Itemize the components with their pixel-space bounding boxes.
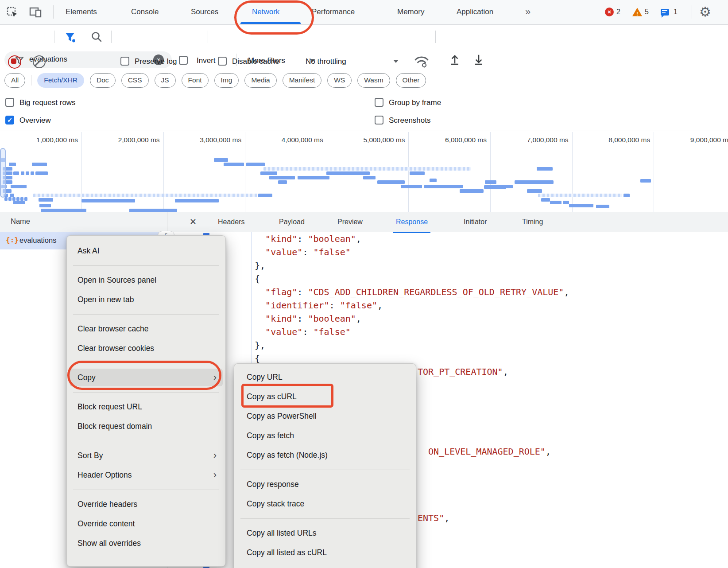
detail-tab-preview[interactable]: Preview <box>335 212 365 232</box>
tab-application[interactable]: Application <box>457 0 493 24</box>
menu-item-ask-ai[interactable]: Ask AI <box>67 241 225 261</box>
preserve-log-checkbox[interactable] <box>120 57 129 66</box>
menu-item-open-in-sources-panel[interactable]: Open in Sources panel <box>67 270 225 290</box>
chip-wasm[interactable]: Wasm <box>357 73 390 88</box>
group-by-frame-checkbox[interactable] <box>375 98 383 107</box>
tab-memory[interactable]: Memory <box>397 0 424 24</box>
submenu-item-copy-as-curl[interactable]: Copy as cURL <box>234 387 416 406</box>
import-har-icon[interactable] <box>448 53 461 66</box>
network-overview-timeline[interactable]: 1,000,000 ms2,000,000 ms3,000,000 ms4,00… <box>0 131 728 213</box>
menu-separator <box>67 436 225 446</box>
copy-submenu: Copy URLCopy as cURLCopy as PowerShellCo… <box>234 363 416 568</box>
more-tabs-button[interactable]: » <box>525 0 531 24</box>
throttling-select[interactable]: No throttling <box>306 57 346 66</box>
waterfall-bar <box>363 176 376 179</box>
detail-tab-initiator[interactable]: Initiator <box>461 212 489 232</box>
timeline-tick-label: 8,000,000 ms <box>561 136 650 144</box>
waterfall-bar <box>20 197 23 201</box>
menu-item-label: Copy URL <box>247 373 283 382</box>
chip-fetch-xhr[interactable]: Fetch/XHR <box>37 73 84 88</box>
export-har-icon[interactable] <box>472 53 485 66</box>
menu-item-open-in-new-tab[interactable]: Open in new tab <box>67 290 225 309</box>
detail-tabbar: ✕ HeadersPayloadPreviewResponseInitiator… <box>167 212 728 232</box>
menu-item-override-content[interactable]: Override content <box>67 514 225 533</box>
network-conditions-icon[interactable] <box>414 54 430 68</box>
chip-ws[interactable]: WS <box>327 73 352 88</box>
json-punct-token: , <box>377 300 383 311</box>
timeline-gridline <box>245 132 245 212</box>
chip-js[interactable]: JS <box>155 73 176 88</box>
invert-checkbox[interactable] <box>179 56 188 65</box>
screenshots-checkbox[interactable] <box>375 116 383 124</box>
toolbar-separator <box>208 31 208 43</box>
big-request-rows-checkbox[interactable] <box>5 98 14 107</box>
waterfall-bar <box>485 180 496 184</box>
filter-funnel-icon[interactable] <box>64 31 77 44</box>
screenshots-label: Screenshots <box>389 116 431 125</box>
submenu-item-copy-all-listed-as-curl[interactable]: Copy all listed as cURL <box>234 543 416 562</box>
menu-item-clear-browser-cookies[interactable]: Clear browser cookies <box>67 338 225 358</box>
tab-elements[interactable]: Elements <box>66 0 97 24</box>
chip-css[interactable]: CSS <box>121 73 149 88</box>
settings-gear-icon[interactable]: ⚙ <box>699 5 711 19</box>
submenu-item-copy-response[interactable]: Copy response <box>234 475 416 494</box>
toolbar-separator <box>53 5 54 19</box>
code-line: }, <box>255 259 569 272</box>
response-json-body[interactable]: "kind": "boolean", "value": "false"},{ "… <box>255 232 569 365</box>
tab-network[interactable]: Network <box>252 0 279 24</box>
menu-item-show-all-overrides[interactable]: Show all overrides <box>67 533 225 553</box>
close-detail-icon[interactable]: ✕ <box>187 212 199 232</box>
device-toolbar-icon[interactable] <box>29 6 42 19</box>
menu-item-clear-browser-cache[interactable]: Clear browser cache <box>67 319 225 338</box>
waterfall-bar <box>401 185 422 188</box>
detail-tab-timing[interactable]: Timing <box>519 212 546 232</box>
issues-badge[interactable]: 1 <box>661 0 678 24</box>
menu-item-block-request-url[interactable]: Block request URL <box>67 397 225 416</box>
detail-tab-headers[interactable]: Headers <box>215 212 247 232</box>
tab-sources[interactable]: Sources <box>191 0 218 24</box>
menu-item-sort-by[interactable]: Sort By› <box>67 446 225 465</box>
chip-font[interactable]: Font <box>182 73 209 88</box>
detail-tab-response[interactable]: Response <box>393 212 430 233</box>
chip-manifest[interactable]: Manifest <box>283 73 322 88</box>
menu-item-override-headers[interactable]: Override headers <box>67 494 225 514</box>
search-icon[interactable] <box>90 31 103 43</box>
inspect-element-icon[interactable] <box>6 6 19 19</box>
errors-badge[interactable]: ✕ 2 <box>605 0 620 24</box>
clear-network-log-icon[interactable] <box>33 55 46 68</box>
menu-item-block-request-domain[interactable]: Block request domain <box>67 416 225 436</box>
chip-other[interactable]: Other <box>396 73 426 88</box>
menu-item-header-options[interactable]: Header Options› <box>67 465 225 485</box>
json-string-token: "boolean" <box>308 313 356 324</box>
throttling-caret-icon[interactable] <box>393 60 399 63</box>
tab-console[interactable]: Console <box>131 0 159 24</box>
waterfall-bar <box>12 197 15 201</box>
toolbar-separator <box>435 31 436 43</box>
waterfall-bar <box>13 171 19 175</box>
overview-checkbox[interactable]: ✓ <box>5 116 14 124</box>
json-punct-token: }, <box>255 260 265 271</box>
chip-doc[interactable]: Doc <box>90 73 116 88</box>
chip-media[interactable]: Media <box>244 73 276 88</box>
waterfall-bar <box>26 171 29 175</box>
disable-cache-checkbox[interactable] <box>218 57 227 66</box>
detail-tab-payload[interactable]: Payload <box>276 212 307 232</box>
submenu-item-copy-as-fetch[interactable]: Copy as fetch <box>234 426 416 445</box>
warnings-badge[interactable]: ! 5 <box>632 0 649 24</box>
json-punct-token <box>255 287 265 297</box>
submenu-item-copy-all-listed-urls[interactable]: Copy all listed URLs <box>234 523 416 543</box>
submenu-item-copy-all-listed-as-powershell[interactable]: Copy all listed as PowerShell <box>234 562 416 568</box>
timeline-left-handle[interactable] <box>0 148 6 198</box>
submenu-item-copy-stack-trace[interactable]: Copy stack trace <box>234 494 416 514</box>
submenu-item-copy-as-powershell[interactable]: Copy as PowerShell <box>234 406 416 426</box>
timeline-gridline <box>490 132 491 212</box>
tab-performance[interactable]: Performance <box>312 0 355 24</box>
menu-item-label: Copy response <box>247 480 299 489</box>
submenu-item-copy-url[interactable]: Copy URL <box>234 367 416 387</box>
chip-all[interactable]: All <box>4 73 25 88</box>
menu-item-copy[interactable]: Copy› <box>67 368 225 387</box>
message-icon <box>661 9 669 16</box>
name-column-header[interactable]: Name <box>0 212 167 232</box>
chip-img[interactable]: Img <box>214 73 239 88</box>
submenu-item-copy-as-fetch-node-js-[interactable]: Copy as fetch (Node.js) <box>234 445 416 465</box>
